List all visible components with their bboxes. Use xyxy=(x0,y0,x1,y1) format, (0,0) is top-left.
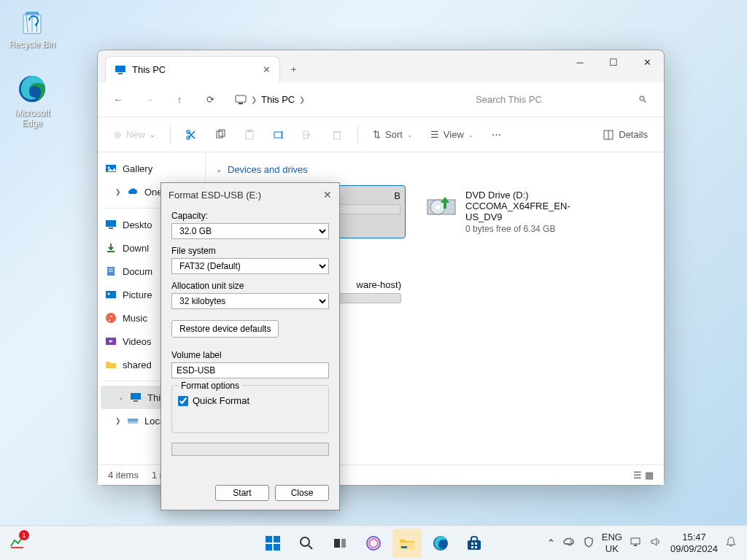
store-taskbar-button[interactable] xyxy=(460,529,489,558)
share-icon xyxy=(302,129,314,141)
search-placeholder: Search This PC xyxy=(476,94,542,105)
delete-button xyxy=(324,122,350,148)
video-icon xyxy=(105,335,117,347)
status-items: 4 items xyxy=(108,470,139,481)
breadcrumb-thispc[interactable]: This PC xyxy=(261,94,295,105)
taskbar-stocks-icon[interactable] xyxy=(9,533,26,553)
dvd-name: DVD Drive (D:) xyxy=(465,190,605,201)
taskbar: ⌃ ENGUK 15:4709/09/2024 xyxy=(0,525,747,560)
desktop-icon xyxy=(105,219,117,230)
volume-tray-icon[interactable] xyxy=(650,536,663,550)
section-devices[interactable]: ⌄ Devices and drives xyxy=(216,160,654,179)
start-button[interactable]: Start xyxy=(215,485,269,501)
svg-point-42 xyxy=(301,537,309,546)
svg-rect-54 xyxy=(475,546,477,548)
svg-rect-4 xyxy=(236,96,246,102)
close-button[interactable]: Close xyxy=(275,485,329,501)
window-close-button[interactable]: ✕ xyxy=(630,50,664,74)
language-indicator[interactable]: ENGUK xyxy=(602,532,622,554)
svg-rect-15 xyxy=(334,132,340,139)
restore-defaults-button[interactable]: Restore device defaults xyxy=(171,320,279,338)
capacity-select[interactable]: 32.0 GB xyxy=(171,223,329,239)
search-input[interactable]: Search This PC 🔍︎ xyxy=(467,88,657,112)
drive-icon xyxy=(127,415,139,427)
notifications-tray-icon[interactable] xyxy=(725,536,737,550)
allocation-select[interactable]: 32 kilobytes xyxy=(171,293,329,309)
svg-rect-34 xyxy=(128,421,138,424)
trash-icon xyxy=(331,129,343,141)
svg-point-20 xyxy=(108,167,110,169)
minimize-button[interactable]: ─ xyxy=(563,50,597,74)
svg-rect-50 xyxy=(468,540,481,550)
back-button[interactable]: ← xyxy=(105,87,131,113)
more-button[interactable]: ⋯ xyxy=(484,122,508,148)
svg-rect-48 xyxy=(401,546,407,548)
svg-rect-11 xyxy=(247,130,252,132)
edge-taskbar-button[interactable] xyxy=(426,529,455,558)
tab-close-icon[interactable]: ✕ xyxy=(263,64,271,75)
view-grid-icon[interactable]: ▦ xyxy=(645,470,654,481)
details-button[interactable]: Details xyxy=(595,122,655,148)
dialog-title: Format ESD-USB (E:) xyxy=(169,190,261,201)
clock[interactable]: 15:4709/09/2024 xyxy=(670,532,718,554)
music-icon xyxy=(105,312,117,324)
tray-chevron-icon[interactable]: ⌃ xyxy=(547,537,555,548)
dvd-sub: CCCOMA_X64FRE_EN-US_DV9 xyxy=(465,201,605,222)
svg-rect-31 xyxy=(131,393,141,400)
copilot-button[interactable] xyxy=(359,529,388,558)
svg-rect-44 xyxy=(334,539,340,548)
sort-button[interactable]: ⇅ Sort ⌄ xyxy=(365,122,420,148)
cut-button[interactable] xyxy=(178,122,204,148)
tab-thispc[interactable]: This PC ✕ xyxy=(105,56,280,82)
new-tab-button[interactable]: ＋ xyxy=(280,56,306,82)
share-button xyxy=(295,122,321,148)
volume-label-input[interactable] xyxy=(171,362,329,378)
sidebar-item-gallery[interactable]: Gallery xyxy=(98,157,205,180)
svg-rect-8 xyxy=(217,131,222,138)
copy-button[interactable] xyxy=(207,122,233,148)
maximize-button[interactable]: ☐ xyxy=(597,50,630,74)
view-list-icon[interactable]: ☰ xyxy=(633,470,642,481)
drive-dvd[interactable]: DVD Drive (D:) CCCOMA_X64FRE_EN-US_DV9 0… xyxy=(420,185,610,238)
format-progress xyxy=(171,443,329,456)
view-button[interactable]: ☰ View ⌄ xyxy=(423,122,481,148)
document-icon xyxy=(105,265,117,277)
dvd-icon xyxy=(425,190,458,223)
svg-rect-32 xyxy=(133,400,138,402)
edge-icon xyxy=(16,73,48,105)
security-tray-icon[interactable] xyxy=(583,536,595,550)
monitor-icon xyxy=(130,392,142,403)
tab-bar: This PC ✕ ＋ ─ ☐ ✕ xyxy=(98,50,664,82)
search-button[interactable] xyxy=(292,529,321,558)
format-options-legend: Format options xyxy=(178,381,242,391)
taskview-button[interactable] xyxy=(325,529,355,558)
rename-button[interactable] xyxy=(266,122,292,148)
volume-label-label: Volume label xyxy=(171,350,329,360)
edge-label: Microsoft Edge xyxy=(4,108,60,128)
svg-rect-2 xyxy=(115,66,125,72)
search-icon: 🔍︎ xyxy=(638,94,648,105)
dialog-close-icon[interactable]: ✕ xyxy=(323,189,332,201)
filesystem-select[interactable]: FAT32 (Default) xyxy=(171,258,329,274)
up-button[interactable]: ↑ xyxy=(166,87,193,113)
recyclebin-icon xyxy=(16,4,48,36)
breadcrumb[interactable]: ❯ This PC ❯ xyxy=(228,88,462,112)
desktop-icon-recyclebin[interactable]: Recycle Bin xyxy=(4,4,60,50)
recyclebin-label: Recycle Bin xyxy=(9,39,55,50)
svg-point-29 xyxy=(106,313,116,323)
svg-rect-41 xyxy=(274,544,280,551)
start-button[interactable] xyxy=(258,529,287,558)
svg-rect-22 xyxy=(109,228,113,229)
allocation-label: Allocation unit size xyxy=(171,281,329,291)
chevron-down-icon: ⌄ xyxy=(216,166,222,174)
network-tray-icon[interactable] xyxy=(630,536,643,550)
onedrive-tray-icon[interactable] xyxy=(562,535,576,551)
dialog-titlebar[interactable]: Format ESD-USB (E:) ✕ xyxy=(161,183,339,206)
quick-format-checkbox[interactable]: Quick Format xyxy=(178,395,322,406)
chevron-right-icon: ❯ xyxy=(251,96,257,104)
desktop-icon-edge[interactable]: Microsoft Edge xyxy=(4,73,60,128)
explorer-taskbar-button[interactable] xyxy=(392,529,422,558)
new-button: ⊕ New ⌄ xyxy=(107,122,163,148)
svg-rect-53 xyxy=(471,546,473,548)
refresh-button[interactable]: ⟳ xyxy=(197,87,223,113)
